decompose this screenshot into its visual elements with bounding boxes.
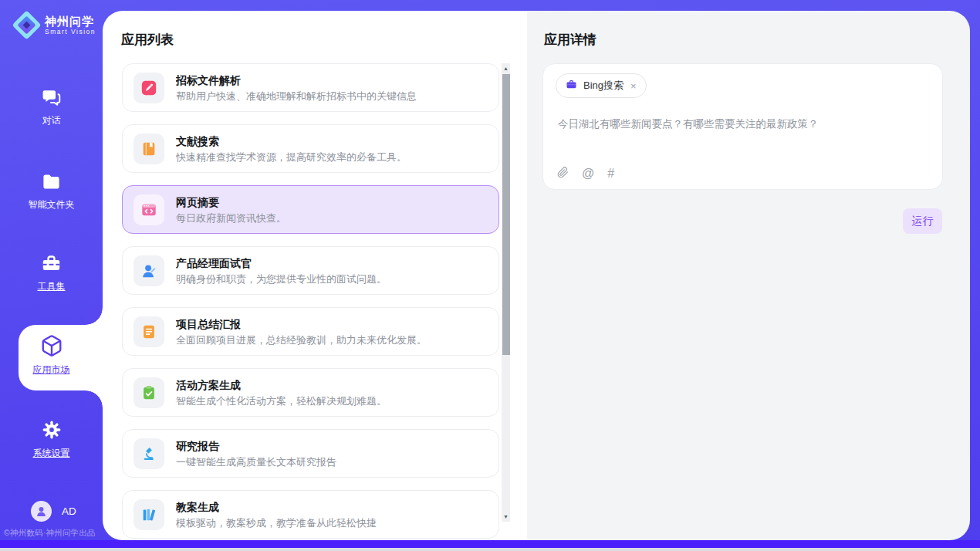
prompt-card: Bing搜索 × 今日湖北有哪些新闻要点？有哪些需要关注的最新政策？ @ # <box>542 63 943 190</box>
chip-close-icon[interactable]: × <box>630 81 637 91</box>
literature-search-icon <box>133 134 164 164</box>
tool-chip-bing-search[interactable]: Bing搜索 × <box>556 73 647 98</box>
app-card-title: 文献搜索 <box>176 134 407 148</box>
app-card-literature-search[interactable]: 文献搜索 快速精准查找学术资源，提高研究效率的必备工具。 <box>122 124 499 173</box>
tool-chip-label: Bing搜索 <box>583 79 623 93</box>
app-detail-panel: 应用详情 Bing搜索 × 今日湖北有哪些新闻要点？有哪些需要关注的最新政策？ … <box>527 11 970 540</box>
hashtag-icon[interactable]: # <box>607 167 614 180</box>
lesson-plan-icon <box>133 499 164 530</box>
active-nav-bump-bottom-curve <box>86 390 103 407</box>
active-nav-bump-top-curve <box>86 308 103 325</box>
query-input[interactable]: 今日湖北有哪些新闻要点？有哪些需要关注的最新政策？ <box>558 117 930 131</box>
app-card-title: 网页摘要 <box>176 195 286 209</box>
project-report-icon <box>133 316 164 347</box>
user-initials: AD <box>62 505 76 517</box>
sidebar-item-label: 系统设置 <box>0 447 103 460</box>
app-card-event-plan[interactable]: 活动方案生成 智能生成个性化活动方案，轻松解决规划难题。 <box>122 368 499 417</box>
brand-name: 神州问学 <box>45 15 96 28</box>
app-card-title: 项目总结汇报 <box>176 317 427 331</box>
app-card-lesson-plan[interactable]: 教案生成 模板驱动，教案秒成，教学准备从此轻松快捷 <box>122 490 499 539</box>
sidebar-item-label: 智能文件夹 <box>0 198 103 211</box>
sidebar-item-toolset[interactable]: 工具集 <box>0 253 103 293</box>
event-plan-icon <box>133 377 164 408</box>
briefcase-icon <box>566 79 577 93</box>
app-card-desc: 帮助用户快速、准确地理解和解析招标书中的关键信息 <box>176 90 417 103</box>
folder-icon <box>41 171 62 195</box>
app-card-web-summary[interactable]: 网页摘要 每日政府新闻资讯快查。 <box>122 185 499 234</box>
tender-parse-icon <box>133 73 164 103</box>
bottom-edge <box>0 548 980 551</box>
list-scrollbar[interactable]: ▲ ▼ <box>502 63 510 522</box>
research-report-icon <box>133 438 164 469</box>
app-card-title: 研究报告 <box>176 439 336 453</box>
sidebar-item-chat[interactable]: 对话 <box>0 87 103 127</box>
chat-icon <box>41 87 62 111</box>
scrollbar-thumb[interactable] <box>502 74 510 355</box>
app-card-research-report[interactable]: 研究报告 一键智能生成高质量长文本研究报告 <box>122 429 499 478</box>
brand-text: 神州问学 Smart Vision <box>45 15 96 36</box>
app-card-desc: 快速精准查找学术资源，提高研究效率的必备工具。 <box>176 150 407 164</box>
run-button[interactable]: 运行 <box>903 208 942 234</box>
app-card-title: 教案生成 <box>176 500 377 514</box>
scrollbar-down-arrow-icon[interactable]: ▼ <box>502 512 510 522</box>
avatar <box>31 501 52 522</box>
sidebar-item-settings[interactable]: 系统设置 <box>0 419 103 460</box>
app-list-panel: 应用列表 招标文件解析 帮助用户快速、准确地理解和解析招标书中的关键信息 文献搜… <box>103 11 527 540</box>
sidebar-item-app-market[interactable]: 应用市场 <box>0 334 103 377</box>
app-detail-title: 应用详情 <box>544 31 596 49</box>
brand-logo: 神州问学 Smart Vision <box>11 9 96 42</box>
app-card-tender-parse[interactable]: 招标文件解析 帮助用户快速、准确地理解和解析招标书中的关键信息 <box>122 63 499 112</box>
composer-toolbar: @ # <box>557 166 614 181</box>
brand-tagline: Smart Vision <box>45 28 96 36</box>
mention-icon[interactable]: @ <box>582 167 594 180</box>
brand-diamond-icon <box>11 9 43 42</box>
web-summary-icon <box>133 194 164 225</box>
gear-icon <box>41 419 63 444</box>
copyright-text: ©神州数码·神州问学出品 <box>4 528 103 539</box>
cube-icon <box>40 334 63 360</box>
paperclip-icon[interactable] <box>557 166 569 181</box>
pm-interviewer-icon <box>133 255 164 286</box>
app-card-title: 招标文件解析 <box>176 73 417 87</box>
app-card-title: 活动方案生成 <box>176 378 387 392</box>
app-card-desc: 智能生成个性化活动方案，轻松解决规划难题。 <box>176 394 387 407</box>
app-card-desc: 每日政府新闻资讯快查。 <box>176 211 286 225</box>
bottom-accent-strip <box>0 540 980 548</box>
app-card-desc: 全面回顾项目进展，总结经验教训，助力未来优化发展。 <box>176 333 427 346</box>
app-card-title: 产品经理面试官 <box>176 256 387 270</box>
app-card-pm-interviewer[interactable]: 产品经理面试官 明确身份和职责，为您提供专业性的面试问题。 <box>122 246 499 295</box>
app-card-desc: 明确身份和职责，为您提供专业性的面试问题。 <box>176 272 387 286</box>
toolbox-icon <box>41 253 62 277</box>
sidebar: 神州问学 Smart Vision 对话 智能文件夹 工具集 <box>0 0 103 540</box>
sidebar-item-label: 应用市场 <box>0 363 103 377</box>
app-card-desc: 一键智能生成高质量长文本研究报告 <box>176 455 336 468</box>
scrollbar-up-arrow-icon[interactable]: ▲ <box>502 63 510 73</box>
sidebar-item-label: 对话 <box>0 114 103 127</box>
app-root: 神州问学 Smart Vision 对话 智能文件夹 工具集 <box>0 0 980 551</box>
app-card-project-report[interactable]: 项目总结汇报 全面回顾项目进展，总结经验教训，助力未来优化发展。 <box>122 307 499 356</box>
app-list-title: 应用列表 <box>121 31 174 49</box>
user-account[interactable]: AD <box>31 501 76 522</box>
app-card-desc: 模板驱动，教案秒成，教学准备从此轻松快捷 <box>176 516 377 529</box>
sidebar-item-smart-folder[interactable]: 智能文件夹 <box>0 171 103 211</box>
main-window: 应用列表 招标文件解析 帮助用户快速、准确地理解和解析招标书中的关键信息 文献搜… <box>103 11 970 540</box>
sidebar-item-label: 工具集 <box>0 280 103 293</box>
